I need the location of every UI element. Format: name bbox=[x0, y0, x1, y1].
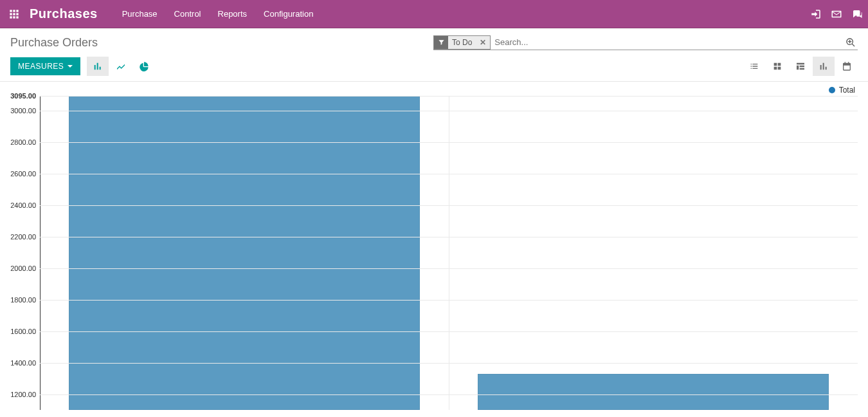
view-switcher bbox=[743, 57, 858, 76]
menu-configuration[interactable]: Configuration bbox=[257, 5, 320, 23]
line-chart-button[interactable] bbox=[110, 57, 132, 76]
grid-line bbox=[40, 363, 858, 364]
brand-title[interactable]: Purchases bbox=[30, 6, 98, 21]
main-menu: Purchase Control Reports Configuration bbox=[116, 5, 320, 23]
grid-line bbox=[40, 142, 858, 143]
grid-line bbox=[40, 268, 858, 269]
menu-purchase[interactable]: Purchase bbox=[116, 5, 164, 23]
chart-legend[interactable]: Total bbox=[829, 86, 855, 95]
menu-control[interactable]: Control bbox=[168, 5, 208, 23]
top-navbar: Purchases Purchase Control Reports Confi… bbox=[0, 0, 868, 28]
subheader: Purchase Orders To Do ✕ bbox=[0, 28, 868, 50]
grid-line bbox=[40, 205, 858, 206]
pivot-view-button[interactable] bbox=[790, 57, 811, 76]
y-tick-label: 1600.00 bbox=[10, 328, 36, 335]
search-input[interactable] bbox=[491, 35, 844, 50]
graph-view-button[interactable] bbox=[813, 57, 835, 76]
svg-rect-7 bbox=[13, 16, 15, 18]
chat-icon[interactable] bbox=[851, 8, 863, 20]
page-title: Purchase Orders bbox=[10, 36, 98, 50]
grid-line bbox=[40, 96, 858, 97]
bar[interactable] bbox=[478, 374, 829, 410]
y-tick-label: 1200.00 bbox=[10, 391, 36, 398]
grid-line bbox=[40, 111, 858, 111]
advanced-search-icon[interactable] bbox=[844, 37, 858, 48]
measures-button[interactable]: MEASURES bbox=[10, 57, 80, 75]
svg-rect-4 bbox=[13, 13, 15, 15]
grid-line bbox=[40, 394, 858, 395]
y-tick-label: 3095.00 bbox=[10, 92, 36, 100]
y-tick-label: 1800.00 bbox=[10, 296, 36, 304]
chevron-down-icon bbox=[68, 65, 73, 68]
legend-label: Total bbox=[839, 86, 855, 95]
remove-filter-icon[interactable]: ✕ bbox=[476, 38, 490, 47]
svg-rect-3 bbox=[10, 13, 12, 15]
login-icon[interactable] bbox=[810, 8, 822, 20]
y-tick-label: 3000.00 bbox=[10, 107, 36, 115]
svg-rect-0 bbox=[10, 10, 12, 12]
measures-label: MEASURES bbox=[18, 62, 64, 71]
list-view-button[interactable] bbox=[743, 57, 765, 76]
legend-dot-icon bbox=[829, 87, 835, 93]
y-tick-label: 2800.00 bbox=[10, 138, 36, 146]
svg-rect-2 bbox=[16, 10, 18, 12]
svg-rect-6 bbox=[10, 16, 12, 18]
chart-type-group bbox=[87, 57, 155, 76]
apps-icon[interactable] bbox=[5, 5, 23, 23]
search-bar: To Do ✕ bbox=[433, 35, 858, 50]
y-tick-label: 2600.00 bbox=[10, 170, 36, 178]
pie-chart-button[interactable] bbox=[133, 57, 155, 76]
toolbar: MEASURES bbox=[0, 50, 868, 82]
chart-plot: 3095.003000.002800.002600.002400.002200.… bbox=[40, 96, 858, 410]
svg-rect-5 bbox=[16, 13, 18, 15]
grid-line bbox=[40, 331, 858, 332]
grid-line bbox=[40, 300, 858, 301]
grid-line bbox=[40, 174, 858, 174]
y-tick-label: 1400.00 bbox=[10, 359, 36, 367]
svg-rect-1 bbox=[13, 10, 15, 12]
filter-chip-label: To Do bbox=[448, 38, 476, 47]
mail-icon[interactable] bbox=[831, 8, 842, 20]
y-tick-label: 2000.00 bbox=[10, 264, 36, 272]
calendar-view-button[interactable] bbox=[836, 57, 858, 76]
grid-line bbox=[40, 237, 858, 237]
chart-area: Total 3095.003000.002800.002600.002400.0… bbox=[0, 82, 868, 410]
filter-chip-todo[interactable]: To Do ✕ bbox=[433, 35, 491, 50]
bar-chart-button[interactable] bbox=[87, 57, 109, 76]
kanban-view-button[interactable] bbox=[766, 57, 788, 76]
menu-reports[interactable]: Reports bbox=[212, 5, 254, 23]
y-tick-label: 2400.00 bbox=[10, 201, 36, 209]
topbar-right bbox=[810, 8, 863, 20]
filter-icon bbox=[434, 36, 448, 49]
svg-rect-8 bbox=[16, 16, 18, 18]
y-tick-label: 2200.00 bbox=[10, 233, 36, 241]
